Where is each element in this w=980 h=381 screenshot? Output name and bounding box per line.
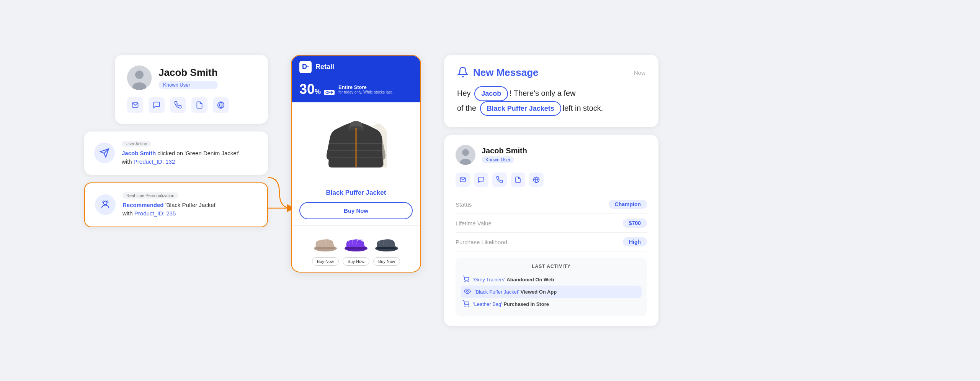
profile-stats: Status Champion Lifetime Value $700 Purc… [456,195,647,251]
store-panel: D· Retail 30% OFF Entire Store for today… [291,55,421,273]
product-feature: Black Puffer Jacket Buy Now [292,102,420,226]
known-user-badge: Known User [158,81,218,89]
action-product-link: Product_ID: 132 [134,158,175,165]
activity-text-3: 'Leather Bag' Purchased In Store [473,301,549,307]
product-title: Black Puffer Jacket [299,189,413,197]
related-item-3: Buy Now [373,232,400,266]
store-header: D· Retail [292,56,420,79]
promo-off-badge: OFF [324,90,335,95]
action-icon [94,143,115,163]
email-button-right[interactable] [456,172,470,187]
shoe-image-2 [343,232,369,255]
activity-row-3: 'Leather Bag' Purchased In Store [462,298,640,310]
message-time: Now [634,69,645,76]
profile-card: Jacob Smith Known User [115,55,268,124]
message-card: New Message Now Hey Jacob! There's only … [444,55,658,127]
persona-product-pre: with [122,210,134,217]
related-item-1: Buy Now [312,232,339,266]
chat-button[interactable] [149,97,165,113]
related-products: Buy Now Buy No [292,226,420,272]
svg-point-24 [467,291,469,292]
stat-likelihood-value: High [623,237,647,246]
promo-percentage: 30% [299,82,321,96]
svg-point-23 [468,281,469,282]
svg-point-8 [103,201,107,205]
promo-main: Entire Store [338,84,393,90]
buy-now-button[interactable]: Buy Now [299,202,413,219]
message-pre: Hey [457,89,473,97]
persona-icon [95,194,116,215]
promo-sub: for today only. While stocks last. [338,90,393,94]
stat-likelihood-label: Purchase Likelihood [456,239,507,245]
user-profile-card-right: Jacob Smith Known User [444,135,658,326]
personalization-card: Real-time Personalization Recommended 'B… [84,182,268,227]
stat-status-value: Champion [609,200,647,209]
persona-tag: Real-time Personalization [122,192,178,199]
message-chip-product: Black Puffer Jackets [480,101,561,116]
stat-lifetime: Lifetime Value $700 [456,214,647,233]
store-logo: D· [299,61,312,73]
svg-point-22 [465,281,466,282]
stat-status-label: Status [456,201,472,208]
cart-icon-1 [462,276,469,284]
document-button[interactable] [191,97,207,113]
user-name-right: Jacob Smith [482,146,527,155]
user-action-card: User Action Jacob Smith clicked on 'Gree… [84,131,268,175]
message-body: Hey Jacob! There's only a few of the Bla… [457,86,645,116]
svg-point-25 [465,306,466,307]
action-tag: User Action [122,141,151,147]
stat-likelihood: Purchase Likelihood High [456,233,647,251]
activity-row-1: 'Grey Trainers' Abandoned On Web [462,274,640,286]
action-text: Jacob Smith clicked on 'Green Denim Jack… [122,149,239,166]
message-title: New Message [473,67,539,79]
persona-text: Recommended 'Black Puffer Jacket' with P… [122,201,217,218]
activity-text-1: 'Grey Trainers' Abandoned On Web [473,277,554,282]
profile-actions-right [456,172,647,187]
store-name: Retail [315,63,334,71]
store-card: D· Retail 30% OFF Entire Store for today… [291,55,421,273]
document-button-right[interactable] [511,172,525,187]
svg-point-17 [462,149,469,156]
globe-button-right[interactable] [529,172,544,187]
jacket-svg [322,108,390,185]
message-mid: ! There's only a few [510,89,575,97]
globe-button[interactable] [213,97,229,113]
eye-icon [464,288,471,296]
related-buy-2[interactable]: Buy Now [343,257,369,266]
svg-point-26 [468,306,469,307]
right-panel: New Message Now Hey Jacob! There's only … [444,55,658,326]
cart-icon-2 [462,300,469,308]
activity-row-2: 'Black Puffer Jacket' Viewed On App [461,286,642,298]
activity-text-2: 'Black Puffer Jacket' Viewed On App [475,289,557,295]
avatar-right [456,145,475,165]
shoe-image-3 [373,232,400,255]
promo-banner: 30% OFF Entire Store for today only. Whi… [292,79,420,102]
persona-action: Recommended [122,202,164,208]
message-post: left in stock. [563,104,603,112]
avatar [127,66,152,90]
message-chip-name: Jacob [474,86,508,101]
message-header: New Message Now [457,66,645,79]
persona-content: Real-time Personalization Recommended 'B… [122,192,217,218]
persona-product: 'Black Puffer Jacket' [164,202,217,208]
stat-status: Status Champion [456,195,647,214]
connector-arrows [268,170,291,216]
phone-button[interactable] [170,97,186,113]
action-product-pre: with [122,158,134,165]
email-button[interactable] [127,97,143,113]
last-activity: LAST ACTIVITY 'Grey Trainers' Abandoned … [456,258,647,316]
chat-button-right[interactable] [474,172,488,187]
known-badge-right: Known User [482,156,514,163]
product-image [299,108,413,185]
related-buy-1[interactable]: Buy Now [312,257,339,266]
phone-button-right[interactable] [492,172,507,187]
message-line2: of the [457,104,479,112]
shoe-image-1 [312,232,339,255]
action-user-name: Jacob Smith [122,150,156,156]
profile-name: Jacob Smith [158,67,218,79]
bell-icon [457,66,469,79]
related-buy-3[interactable]: Buy Now [373,257,400,266]
last-activity-title: LAST ACTIVITY [462,264,640,269]
related-item-2: Buy Now [343,232,369,266]
stat-lifetime-label: Lifetime Value [456,220,492,227]
